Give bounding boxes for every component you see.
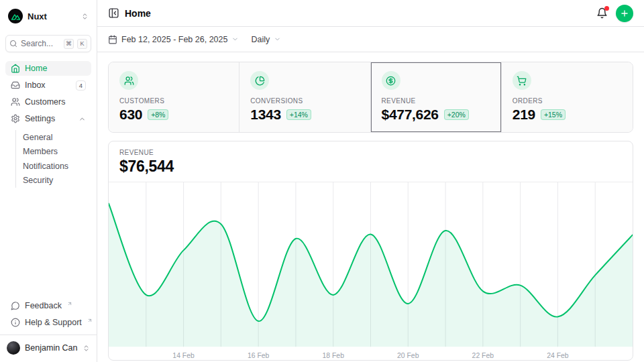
stat-card-orders[interactable]: ORDERS 219 +15% [502,62,633,132]
header-actions [596,5,633,22]
filters-toolbar: Feb 12, 2025 - Feb 26, 2025 Daily [97,27,644,52]
stat-value: 1343 [250,107,281,123]
users-icon [11,97,20,107]
workspace-name: Nuxt [28,11,76,21]
page-header: Home [97,0,644,27]
feedback-label: Feedback [25,301,62,310]
stat-value: 630 [119,107,142,123]
sidebar-item-label: Customers [25,97,65,107]
search-placeholder: Search... [21,39,60,48]
user-menu[interactable]: Benjamin Canac [0,335,97,362]
chevron-down-icon [274,36,281,43]
nuxt-logo-icon [8,9,23,23]
sidebar-footer: Feedback Help & Support [5,298,91,335]
stat-card-revenue[interactable]: REVENUE $477,626 +20% [371,62,502,132]
sidebar-item-notifications[interactable]: Notifications [16,159,91,174]
cart-icon [513,71,531,90]
panel-left-close-icon [108,7,119,19]
settings-submenu: General Members Notifications Security [15,130,91,188]
date-range-label: Feb 12, 2025 - Feb 26, 2025 [121,35,227,44]
notification-dot [604,6,609,11]
sidebar-item-label: Settings [25,114,55,123]
plus-icon [620,9,629,18]
chart-total-value: $76,544 [119,158,622,176]
sidebar-item-general[interactable]: General [16,130,91,145]
svg-text:16 Feb: 16 Feb [248,352,270,359]
stat-label: ORDERS [513,97,622,105]
date-range-picker[interactable]: Feb 12, 2025 - Feb 26, 2025 [108,35,239,44]
sidebar-item-label: Home [25,64,47,73]
stat-card-conversions[interactable]: CONVERSIONS 1343 +14% [239,62,370,132]
calendar-icon [108,35,117,44]
chevrons-up-down-icon [83,345,90,352]
notifications-button[interactable] [596,7,608,19]
help-support-label: Help & Support [25,318,82,327]
add-button[interactable] [616,5,633,22]
period-label: Daily [251,35,270,44]
revenue-chart-panel: REVENUE $76,544 14 Feb16 Feb18 Feb20 Feb… [108,141,633,361]
svg-text:14 Feb: 14 Feb [172,352,195,359]
home-icon [11,64,20,73]
chart-area: 14 Feb16 Feb18 Feb20 Feb22 Feb24 Feb [109,182,633,360]
users-icon [119,71,138,90]
feedback-link[interactable]: Feedback [5,298,91,313]
sidebar-item-customers[interactable]: Customers [5,95,91,109]
dollar-circle-icon [382,71,400,90]
stat-value: $477,626 [382,107,439,123]
stat-value: 219 [513,107,535,123]
inbox-icon [11,80,20,90]
sidebar-item-inbox[interactable]: Inbox 4 [5,78,91,93]
sidebar-item-home[interactable]: Home [5,61,91,76]
avatar [7,341,20,355]
period-select[interactable]: Daily [251,35,281,44]
sidebar-item-settings[interactable]: Settings [5,111,91,126]
chat-bubble-icon [11,301,20,310]
kbd-k: K [77,39,87,49]
chevron-up-icon [78,115,86,123]
sidebar-item-members[interactable]: Members [16,145,91,160]
workspace-switcher[interactable]: Nuxt [5,5,91,27]
chevron-down-icon [231,36,239,43]
info-icon [11,318,20,327]
sidebar: Nuxt Search... ⌘ K Home Inbox 4 [0,0,97,362]
stat-label: REVENUE [382,97,490,105]
stat-delta-badge: +15% [541,109,566,120]
stat-card-customers[interactable]: CUSTOMERS 630 +8% [109,62,239,132]
revenue-chart-header: REVENUE $76,544 [109,141,633,182]
chevrons-up-down-icon [81,13,89,20]
search-input[interactable]: Search... ⌘ K [5,35,91,52]
stat-label: CONVERSIONS [250,97,359,105]
main-area: Home Feb 12, 2025 - Feb 26, 2025 [97,0,644,362]
sidebar-collapse-button[interactable] [108,7,119,19]
dashboard-content: CUSTOMERS 630 +8% CONVERSIONS 1343 +14% [97,52,644,362]
svg-text:20 Feb: 20 Feb [397,352,419,359]
sidebar-item-label: Inbox [25,80,46,90]
svg-text:22 Feb: 22 Feb [472,352,494,359]
stat-delta-badge: +20% [444,109,469,120]
sidebar-item-security[interactable]: Security [16,174,91,188]
sidebar-nav: Home Inbox 4 Customers Settings Genera [5,61,91,188]
inbox-count-badge: 4 [76,80,86,90]
gear-icon [11,114,20,123]
external-link-icon [67,301,72,306]
kbd-cmd: ⌘ [64,39,74,49]
stat-delta-badge: +8% [148,109,168,120]
chart-label: REVENUE [119,149,622,156]
user-name: Benjamin Canac [25,343,78,353]
stat-label: CUSTOMERS [119,97,228,105]
svg-text:18 Feb: 18 Feb [323,352,345,359]
external-link-icon [87,318,93,323]
page-title: Home [125,8,151,19]
stat-delta-badge: +14% [286,109,311,120]
help-support-link[interactable]: Help & Support [5,315,91,330]
pie-chart-icon [250,71,269,90]
search-icon [9,40,17,48]
revenue-area-chart: 14 Feb16 Feb18 Feb20 Feb22 Feb24 Feb [109,182,633,360]
svg-text:24 Feb: 24 Feb [547,352,569,359]
stats-row: CUSTOMERS 630 +8% CONVERSIONS 1343 +14% [108,62,633,133]
